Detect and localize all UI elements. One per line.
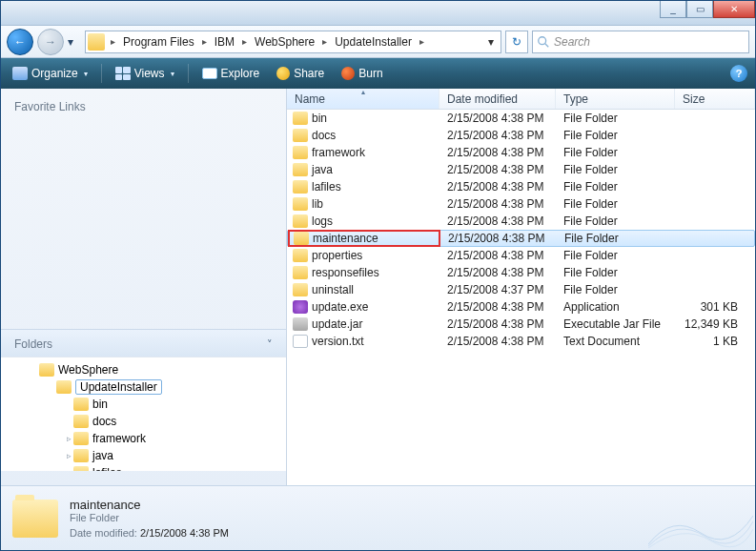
chevron-right-icon[interactable]: ▸ bbox=[200, 36, 209, 47]
file-row[interactable]: responsefiles2/15/2008 4:38 PMFile Folde… bbox=[287, 264, 755, 281]
tree-item[interactable]: ▹java bbox=[1, 447, 286, 464]
tree-item[interactable]: lafiles bbox=[1, 464, 286, 471]
chevron-right-icon[interactable]: ▸ bbox=[240, 36, 249, 47]
organize-icon bbox=[12, 67, 28, 80]
file-row[interactable]: update.exe2/15/2008 4:38 PMApplication30… bbox=[287, 298, 755, 316]
chevron-down-icon[interactable]: ˅ bbox=[267, 338, 273, 351]
share-icon bbox=[276, 67, 290, 80]
crumb-program-files[interactable]: Program Files bbox=[119, 35, 198, 49]
file-type: File Folder bbox=[556, 197, 675, 211]
breadcrumb-dropdown-icon[interactable]: ▾ bbox=[483, 35, 499, 49]
file-row[interactable]: uninstall2/15/2008 4:37 PMFile Folder bbox=[287, 281, 755, 298]
file-name: update.exe bbox=[312, 300, 368, 314]
folder-tree[interactable]: WebSphereUpdateInstallerbindocs▹framewor… bbox=[1, 357, 286, 471]
file-date: 2/15/2008 4:38 PM bbox=[439, 197, 556, 211]
details-mod-label: Date modified: bbox=[70, 527, 137, 539]
tree-item[interactable]: ▹framework bbox=[1, 430, 286, 447]
column-size[interactable]: Size bbox=[675, 89, 755, 109]
file-row[interactable]: docs2/15/2008 4:38 PMFile Folder bbox=[287, 127, 755, 144]
file-type: Application bbox=[556, 300, 675, 314]
file-list-pane: ▴ Name Date modified Type Size bin2/15/2… bbox=[287, 89, 755, 485]
folder-icon bbox=[293, 146, 308, 159]
file-name: lib bbox=[312, 197, 323, 211]
search-icon bbox=[537, 35, 550, 49]
file-name: properties bbox=[312, 249, 362, 262]
file-icon bbox=[293, 300, 308, 314]
column-name[interactable]: ▴ Name bbox=[287, 89, 439, 109]
file-row[interactable]: update.jar2/15/2008 4:38 PMExecutable Ja… bbox=[287, 316, 755, 333]
file-type: File Folder bbox=[556, 129, 675, 142]
column-type[interactable]: Type bbox=[556, 89, 675, 109]
crumb-updateinstaller[interactable]: UpdateInstaller bbox=[331, 35, 416, 49]
file-name: lafiles bbox=[312, 180, 341, 194]
file-date: 2/15/2008 4:38 PM bbox=[439, 300, 556, 314]
decorative-wave bbox=[648, 510, 753, 548]
file-type: File Folder bbox=[556, 163, 675, 176]
tree-item[interactable]: docs bbox=[1, 413, 286, 430]
file-row[interactable]: bin2/15/2008 4:38 PMFile Folder bbox=[287, 110, 755, 127]
file-date: 2/15/2008 4:38 PM bbox=[439, 129, 556, 142]
folder-icon bbox=[293, 180, 308, 194]
explore-button[interactable]: Explore bbox=[198, 65, 264, 82]
forward-button[interactable]: → bbox=[37, 29, 64, 55]
file-row[interactable]: maintenance2/15/2008 4:38 PMFile Folder bbox=[287, 230, 755, 247]
file-name: bin bbox=[312, 112, 327, 125]
file-row[interactable]: lib2/15/2008 4:38 PMFile Folder bbox=[287, 195, 755, 213]
navigation-pane: Favorite Links Folders ˅ WebSphereUpdate… bbox=[1, 89, 287, 485]
folders-header[interactable]: Folders bbox=[14, 337, 52, 351]
folder-icon bbox=[73, 415, 89, 428]
tree-item-label: java bbox=[92, 449, 113, 462]
share-button[interactable]: Share bbox=[273, 65, 328, 82]
file-row[interactable]: framework2/15/2008 4:38 PMFile Folder bbox=[287, 144, 755, 161]
file-date: 2/15/2008 4:38 PM bbox=[439, 163, 556, 176]
back-button[interactable]: ← bbox=[7, 29, 33, 55]
chevron-right-icon[interactable]: ▸ bbox=[320, 36, 329, 47]
folder-icon bbox=[88, 33, 105, 51]
help-button[interactable]: ? bbox=[730, 65, 747, 82]
tree-item-label: lafiles bbox=[92, 466, 122, 471]
tree-item[interactable]: bin bbox=[1, 396, 286, 413]
explore-icon bbox=[202, 68, 217, 79]
file-list[interactable]: bin2/15/2008 4:38 PMFile Folderdocs2/15/… bbox=[287, 110, 755, 485]
file-row[interactable]: logs2/15/2008 4:38 PMFile Folder bbox=[287, 213, 755, 230]
refresh-button[interactable]: ↻ bbox=[505, 31, 528, 53]
file-row[interactable]: lafiles2/15/2008 4:38 PMFile Folder bbox=[287, 178, 755, 195]
crumb-ibm[interactable]: IBM bbox=[211, 35, 238, 49]
expand-icon[interactable]: ▹ bbox=[64, 451, 73, 460]
tree-item[interactable]: WebSphere bbox=[1, 361, 286, 378]
column-date-modified[interactable]: Date modified bbox=[439, 89, 556, 109]
file-row[interactable]: properties2/15/2008 4:38 PMFile Folder bbox=[287, 247, 755, 264]
tree-item-label: bin bbox=[92, 398, 108, 411]
tree-item-label: framework bbox=[92, 432, 146, 445]
folder-icon bbox=[293, 129, 308, 142]
file-type: File Folder bbox=[556, 283, 675, 296]
maximize-button[interactable]: ▭ bbox=[686, 1, 713, 18]
chevron-right-icon[interactable]: ▸ bbox=[109, 36, 117, 47]
file-name: docs bbox=[312, 129, 336, 142]
titlebar[interactable]: _ ▭ ✕ bbox=[1, 1, 755, 26]
nav-history-dropdown[interactable]: ▾ bbox=[68, 35, 81, 49]
tree-item[interactable]: UpdateInstaller bbox=[1, 378, 286, 396]
search-input[interactable]: Search bbox=[532, 31, 749, 53]
file-size: 301 KB bbox=[675, 300, 755, 314]
expand-icon[interactable]: ▹ bbox=[64, 434, 73, 443]
folder-icon bbox=[73, 398, 89, 411]
views-button[interactable]: Views▾ bbox=[112, 65, 178, 82]
burn-button[interactable]: Burn bbox=[337, 65, 386, 82]
folder-icon bbox=[56, 380, 72, 394]
organize-button[interactable]: Organize▾ bbox=[9, 65, 92, 82]
tree-item-label: WebSphere bbox=[58, 363, 118, 377]
breadcrumb[interactable]: ▸ Program Files ▸ IBM ▸ WebSphere ▸ Upda… bbox=[85, 31, 501, 53]
column-headers[interactable]: ▴ Name Date modified Type Size bbox=[287, 89, 755, 110]
details-pane: maintenance File Folder Date modified: 2… bbox=[1, 485, 755, 550]
file-name: update.jar bbox=[312, 317, 362, 331]
close-button[interactable]: ✕ bbox=[713, 1, 755, 18]
file-row[interactable]: java2/15/2008 4:38 PMFile Folder bbox=[287, 161, 755, 178]
file-row[interactable]: version.txt2/15/2008 4:38 PMText Documen… bbox=[287, 333, 755, 350]
minimize-button[interactable]: _ bbox=[660, 1, 686, 18]
details-name: maintenance bbox=[70, 498, 229, 512]
file-date: 2/15/2008 4:38 PM bbox=[440, 232, 557, 245]
chevron-right-icon[interactable]: ▸ bbox=[418, 36, 426, 47]
folder-icon bbox=[73, 449, 89, 462]
crumb-websphere[interactable]: WebSphere bbox=[251, 35, 318, 49]
